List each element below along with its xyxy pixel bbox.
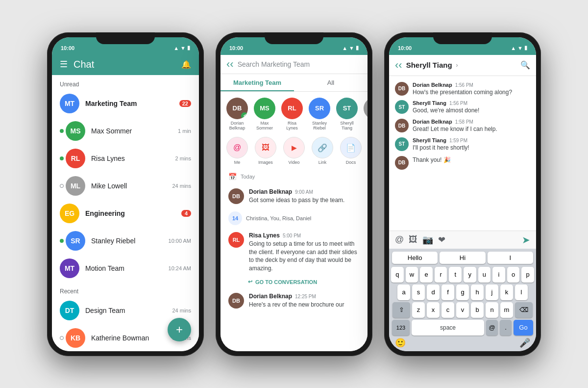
group-names: Christina, You, Risa, Daniel — [246, 215, 311, 221]
filter-icon-video: ▶ — [283, 137, 305, 158]
key-i[interactable]: i — [492, 267, 505, 283]
conv-msg-4: ST Sheryll Tiang 1:59 PM I'll post it he… — [389, 135, 536, 154]
key-p[interactable]: p — [521, 267, 534, 283]
key-space[interactable]: space — [412, 320, 484, 336]
reaction-icon[interactable]: ❤ — [438, 234, 445, 245]
go-to-conversation[interactable]: ↩ GO TO CONVERSATION — [220, 277, 368, 289]
conv-messages: DB Dorian Belknap 1:56 PM How's the pres… — [389, 76, 536, 231]
key-n[interactable]: n — [486, 302, 498, 318]
chat-item-max[interactable]: MS Max Sommer 1 min — [52, 117, 199, 145]
avatar-item-ml[interactable]: ML MikeLowell — [362, 98, 368, 131]
fab-button[interactable]: + — [168, 318, 191, 341]
chat-item-engineering[interactable]: EG Engineering 4 — [52, 200, 199, 227]
filter-me[interactable]: @ Me — [224, 137, 250, 165]
suggestion-i[interactable]: I — [488, 252, 533, 264]
status-time-3: 10:00 — [398, 45, 412, 51]
avatar-item-st[interactable]: ST SheryllTiang — [334, 98, 360, 131]
at-icon[interactable]: @ — [395, 234, 404, 245]
status-time-2: 10:00 — [229, 45, 243, 51]
key-t[interactable]: t — [449, 267, 462, 283]
msg-time-2: 5:00 PM — [283, 233, 301, 238]
key-go[interactable]: Go — [514, 320, 533, 336]
mic-icon[interactable]: 🎤 — [519, 337, 530, 348]
key-delete[interactable]: ⌫ — [515, 302, 533, 318]
msg-avatar-2: RL — [228, 232, 244, 248]
dot-stanley — [60, 239, 64, 243]
key-a[interactable]: a — [397, 285, 410, 300]
chat-item-stanley[interactable]: SR Stanley Riebel 10:00 AM — [52, 227, 199, 255]
avatar-item-rl[interactable]: RL RisaLynes — [279, 98, 305, 131]
menu-icon[interactable]: ☰ — [60, 59, 68, 70]
key-z[interactable]: z — [412, 302, 425, 318]
msg-bubble-2: Risa Lynes 5:00 PM Going to setup a time… — [249, 232, 360, 273]
key-m[interactable]: m — [500, 302, 513, 318]
conv-time-3: 1:58 PM — [455, 119, 473, 125]
filter-video[interactable]: ▶ Video — [281, 137, 307, 165]
key-w[interactable]: w — [406, 267, 418, 283]
key-shift[interactable]: ⇧ — [392, 302, 410, 318]
chat-meta-max: Max Sommer 1 min — [91, 127, 191, 135]
key-j[interactable]: j — [486, 285, 498, 300]
chat-item-left-mike — [60, 184, 66, 188]
avatar-circle-sr: SR — [309, 98, 330, 119]
chat-item-risa[interactable]: RL Risa Lynes 2 mins — [52, 145, 199, 172]
tab-marketing-team[interactable]: Marketing Team — [220, 74, 294, 91]
conv-bubble-3: Dorian Belknap 1:58 PM Great! Let me kno… — [413, 119, 530, 133]
key-u[interactable]: u — [478, 267, 491, 283]
key-period[interactable]: . — [500, 320, 512, 336]
chat-item-motion[interactable]: MT Motion Team 10:24 AM — [52, 255, 199, 282]
chat-meta-engineering: Engineering 4 — [85, 209, 191, 217]
back-button-3[interactable]: ‹ — [395, 59, 402, 72]
filter-docs[interactable]: 📄 Docs — [338, 137, 364, 165]
conv-meta-2: Sheryll Tiang 1:56 PM — [413, 100, 530, 106]
key-v[interactable]: v — [456, 302, 469, 318]
key-q[interactable]: q — [391, 267, 404, 283]
key-b[interactable]: b — [471, 302, 484, 318]
chat-item-mike-lowell[interactable]: ML Mike Lowell 24 mins — [52, 172, 199, 200]
back-button-2[interactable]: ‹ — [226, 58, 234, 71]
tab-all[interactable]: All — [294, 74, 368, 91]
avatar-item-sr[interactable]: SR StanleyRiebel — [307, 98, 332, 131]
key-c[interactable]: c — [441, 302, 454, 318]
camera-icon[interactable]: 📷 — [422, 234, 433, 245]
signal-icon-2: ▲ — [342, 45, 347, 51]
filter-label-video: Video — [289, 160, 300, 165]
avatar-circle-ms: MS — [254, 98, 275, 119]
image-icon[interactable]: 🖼 — [409, 234, 417, 245]
avatar-name-st: SheryllTiang — [340, 121, 354, 131]
key-s[interactable]: s — [412, 285, 425, 300]
key-l[interactable]: l — [515, 285, 528, 300]
bell-icon[interactable]: 🔔 — [181, 60, 191, 69]
emoji-icon[interactable]: 🙂 — [395, 337, 406, 348]
key-k[interactable]: k — [500, 285, 513, 300]
send-button[interactable]: ➤ — [522, 234, 530, 246]
filter-link[interactable]: 🔗 Link — [310, 137, 335, 165]
key-d[interactable]: d — [427, 285, 440, 300]
conv-bubble-2: Sheryll Tiang 1:56 PM Good, we're almost… — [413, 100, 530, 115]
conv-avatar-3: DB — [395, 119, 409, 132]
key-h[interactable]: h — [471, 285, 484, 300]
suggestion-hi[interactable]: Hi — [440, 252, 485, 264]
filter-images[interactable]: 🖼 Images — [253, 137, 278, 165]
chat-info-design: Design Team 24 mins — [85, 307, 191, 314]
key-row-1: q w e r t y u i o p — [391, 267, 534, 283]
key-x[interactable]: x — [427, 302, 440, 318]
key-e[interactable]: e — [420, 267, 433, 283]
key-y[interactable]: y — [464, 267, 476, 283]
key-r[interactable]: r — [435, 267, 447, 283]
avatar-item-ms[interactable]: MS MaxSommer — [252, 98, 277, 131]
key-123[interactable]: 123 — [392, 320, 410, 336]
search-input-area[interactable]: Search Marketing Team — [238, 60, 362, 68]
avatar-item-db[interactable]: DB ✓ DorianBelknap — [224, 98, 250, 131]
key-at[interactable]: @ — [486, 320, 498, 336]
screen-3: 10:00 ▲ ▼ ▮ ‹ Sheryll Tiang › 🔍 DB — [389, 37, 536, 351]
search-icon-conv[interactable]: 🔍 — [520, 60, 530, 70]
conv-msg-3: DB Dorian Belknap 1:58 PM Great! Let me … — [389, 117, 536, 135]
key-f[interactable]: f — [441, 285, 454, 300]
suggestion-hello[interactable]: Hello — [392, 252, 438, 264]
key-o[interactable]: o — [507, 267, 520, 283]
filter-slides[interactable]: 📊 Slides — [367, 137, 368, 165]
msg-sender-3: Dorian Belknap — [249, 293, 292, 300]
key-g[interactable]: g — [456, 285, 469, 300]
chat-item-marketing-team[interactable]: MT Marketing Team 22 — [52, 90, 199, 117]
